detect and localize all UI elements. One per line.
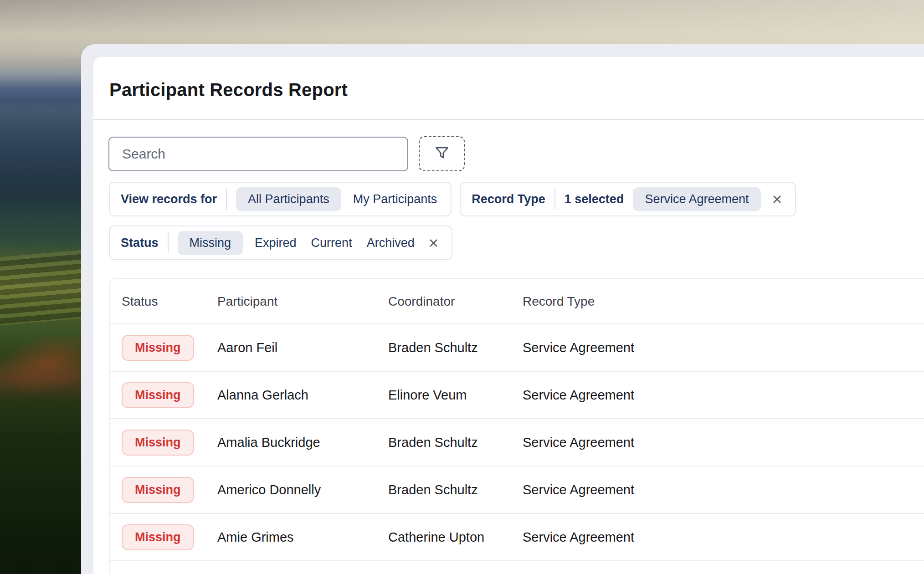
coordinator-cell: Braden Schultz bbox=[388, 482, 523, 497]
filter-group-record-type: Record Type 1 selected Service Agreement bbox=[460, 182, 796, 216]
participant-cell: Americo Donnelly bbox=[217, 482, 388, 497]
table-row: Missing Americo Donnelly Braden Schultz … bbox=[110, 466, 924, 514]
filter-row-1: View records for All Participants My Par… bbox=[109, 182, 796, 216]
filter-group-label: Status bbox=[121, 236, 159, 250]
record-type-cell: Service Agreement bbox=[523, 388, 924, 403]
record-type-chip-service-agreement[interactable]: Service Agreement bbox=[633, 187, 760, 211]
report-card: Participant Records Report View records … bbox=[93, 57, 924, 574]
status-option-current[interactable]: Current bbox=[308, 236, 355, 250]
coordinator-cell: Braden Schultz bbox=[388, 435, 523, 450]
status-badge: Missing bbox=[122, 430, 194, 456]
filter-group-view-records: View records for All Participants My Par… bbox=[109, 182, 452, 216]
participant-cell: Alanna Gerlach bbox=[217, 388, 388, 403]
column-header-participant: Participant bbox=[217, 294, 388, 309]
table-row: Missing Amalia Buckridge Braden Schultz … bbox=[110, 419, 924, 466]
status-option-expired[interactable]: Expired bbox=[252, 236, 299, 250]
table-row: Missing Amie Grimes Catherine Upton Serv… bbox=[110, 514, 924, 561]
filter-group-status: Status Missing Expired Current Archived bbox=[109, 226, 452, 260]
participant-cell: Amie Grimes bbox=[217, 530, 388, 545]
record-type-cell: Service Agreement bbox=[523, 435, 924, 450]
divider bbox=[226, 189, 227, 210]
status-badge: Missing bbox=[122, 335, 194, 361]
record-type-cell: Service Agreement bbox=[523, 482, 924, 497]
filter-button[interactable] bbox=[419, 136, 465, 171]
column-header-record-type: Record Type bbox=[523, 294, 924, 309]
coordinator-cell: Catherine Upton bbox=[388, 530, 523, 545]
header-divider bbox=[93, 119, 924, 120]
records-table: Status Participant Coordinator Record Ty… bbox=[109, 278, 924, 574]
record-type-clear-button[interactable] bbox=[770, 193, 784, 205]
filter-group-label: Record Type bbox=[472, 192, 545, 206]
record-type-cell: Service Agreement bbox=[523, 340, 924, 355]
record-type-selected-count: 1 selected bbox=[565, 192, 624, 206]
filter-group-label: View records for bbox=[121, 192, 217, 206]
coordinator-cell: Braden Schultz bbox=[388, 340, 523, 355]
status-badge: Missing bbox=[122, 524, 194, 550]
participant-cell: Amalia Buckridge bbox=[217, 435, 388, 450]
table-row: Missing Aaron Feil Braden Schultz Servic… bbox=[110, 324, 924, 372]
status-option-missing[interactable]: Missing bbox=[178, 231, 243, 255]
column-header-status: Status bbox=[122, 294, 217, 309]
column-header-coordinator: Coordinator bbox=[388, 294, 523, 309]
status-badge: Missing bbox=[122, 382, 194, 408]
divider bbox=[168, 232, 169, 253]
filter-row-2: Status Missing Expired Current Archived bbox=[109, 226, 452, 260]
coordinator-cell: Elinore Veum bbox=[388, 388, 523, 403]
record-type-cell: Service Agreement bbox=[523, 530, 924, 545]
table-header-row: Status Participant Coordinator Record Ty… bbox=[110, 279, 924, 324]
page-title: Participant Records Report bbox=[109, 78, 348, 102]
divider bbox=[554, 189, 555, 210]
close-icon bbox=[771, 193, 783, 205]
status-option-archived[interactable]: Archived bbox=[364, 236, 417, 250]
table-row: Missing Alanna Gerlach Elinore Veum Serv… bbox=[110, 372, 924, 419]
participant-cell: Aaron Feil bbox=[217, 340, 388, 355]
status-badge: Missing bbox=[122, 477, 194, 503]
funnel-icon bbox=[433, 144, 451, 163]
search-input[interactable] bbox=[108, 137, 408, 171]
close-icon bbox=[427, 237, 440, 249]
segment-option-all-participants[interactable]: All Participants bbox=[236, 187, 341, 211]
status-clear-button[interactable] bbox=[426, 237, 441, 249]
segment-option-my-participants[interactable]: My Participants bbox=[350, 192, 440, 206]
background-vineyard bbox=[0, 250, 87, 326]
